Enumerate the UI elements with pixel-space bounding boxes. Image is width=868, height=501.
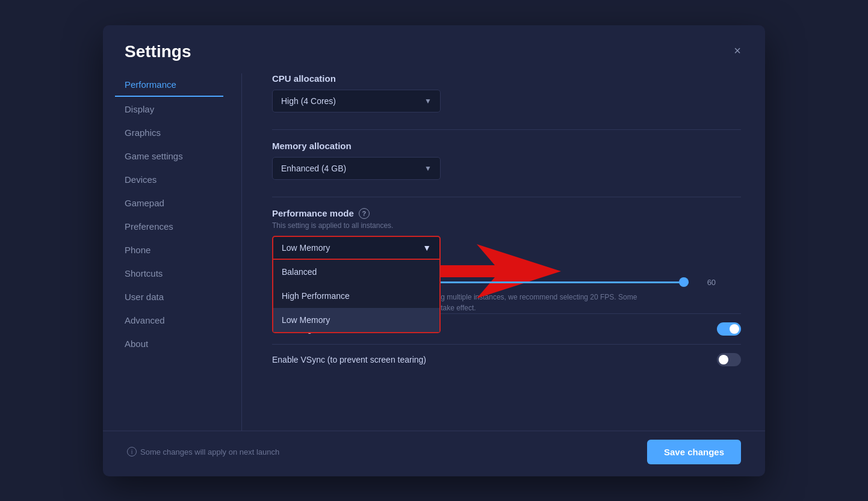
sidebar-item-game-settings[interactable]: Game settings xyxy=(115,145,223,167)
performance-mode-text: Performance mode xyxy=(272,208,354,218)
modal-body: Performance Display Graphics Game settin… xyxy=(103,61,765,431)
vertical-divider xyxy=(241,73,242,431)
cpu-allocation-arrow-icon: ▼ xyxy=(424,97,432,105)
save-changes-button[interactable]: Save changes xyxy=(647,440,741,464)
modal-title: Settings xyxy=(125,42,191,61)
divider-2 xyxy=(272,197,741,197)
cpu-allocation-label: CPU allocation xyxy=(272,73,741,84)
performance-mode-dropdown: Low Memory ▼ Balanced High Performance L… xyxy=(272,236,441,260)
toggle-vsync-label: Enable VSync (to prevent screen tearing) xyxy=(272,355,426,364)
close-button[interactable]: × xyxy=(731,42,743,59)
performance-mode-arrow-icon: ▼ xyxy=(423,243,431,253)
option-high-performance[interactable]: High Performance xyxy=(273,284,439,308)
memory-allocation-label: Memory allocation xyxy=(272,141,741,151)
cpu-allocation-section: CPU allocation High (4 Cores) ▼ xyxy=(272,73,741,112)
performance-mode-options: Balanced High Performance Low Memory xyxy=(272,260,441,333)
footer-note-text: Some changes will apply on next launch xyxy=(140,447,279,456)
sidebar-item-preferences[interactable]: Preferences xyxy=(115,215,223,238)
modal-header: Settings × xyxy=(103,25,765,61)
performance-mode-selected-value: Low Memory xyxy=(282,243,330,253)
sidebar-item-devices[interactable]: Devices xyxy=(115,168,223,191)
fps-slider-thumb[interactable] xyxy=(679,277,689,287)
toggle-row-vsync: Enable VSync (to prevent screen tearing) xyxy=(272,344,741,375)
sidebar: Performance Display Graphics Game settin… xyxy=(103,73,235,431)
performance-mode-sub-label: This setting is applied to all instances… xyxy=(272,221,741,230)
sidebar-item-graphics[interactable]: Graphics xyxy=(115,121,223,144)
option-low-memory[interactable]: Low Memory xyxy=(273,308,439,332)
fps-value: 60 xyxy=(701,278,716,287)
sidebar-item-advanced[interactable]: Advanced xyxy=(115,309,223,331)
settings-modal: Settings × Performance Display Graphics … xyxy=(103,25,765,476)
toggle-high-frame-rate[interactable] xyxy=(717,322,741,336)
footer-note: i Some changes will apply on next launch xyxy=(127,447,279,456)
toggle-vsync[interactable] xyxy=(717,353,741,366)
performance-mode-selected[interactable]: Low Memory ▼ xyxy=(272,236,441,260)
sidebar-item-shortcuts[interactable]: Shortcuts xyxy=(115,262,223,284)
cpu-allocation-value: High (4 Cores) xyxy=(281,96,336,106)
option-balanced[interactable]: Balanced xyxy=(273,260,439,284)
performance-mode-section: Performance mode ? This setting is appli… xyxy=(272,208,741,260)
footer-info-icon: i xyxy=(127,447,137,456)
sidebar-item-phone[interactable]: Phone xyxy=(115,239,223,261)
divider-1 xyxy=(272,129,741,130)
sidebar-item-display[interactable]: Display xyxy=(115,98,223,120)
sidebar-item-about[interactable]: About xyxy=(115,333,223,355)
memory-allocation-section: Memory allocation Enhanced (4 GB) ▼ xyxy=(272,141,741,180)
sidebar-item-user-data[interactable]: User data xyxy=(115,286,223,308)
memory-allocation-value: Enhanced (4 GB) xyxy=(281,164,346,173)
memory-allocation-arrow-icon: ▼ xyxy=(424,164,432,173)
settings-content: CPU allocation High (4 Cores) ▼ Memory a… xyxy=(248,73,765,431)
performance-mode-label: Performance mode ? xyxy=(272,208,741,219)
sidebar-item-gamepad[interactable]: Gamepad xyxy=(115,192,223,214)
performance-mode-help-icon[interactable]: ? xyxy=(359,208,370,219)
modal-footer: i Some changes will apply on next launch… xyxy=(103,431,765,476)
memory-allocation-select[interactable]: Enhanced (4 GB) ▼ xyxy=(272,157,441,180)
sidebar-item-performance[interactable]: Performance xyxy=(115,73,223,97)
cpu-allocation-select[interactable]: High (4 Cores) ▼ xyxy=(272,90,441,112)
